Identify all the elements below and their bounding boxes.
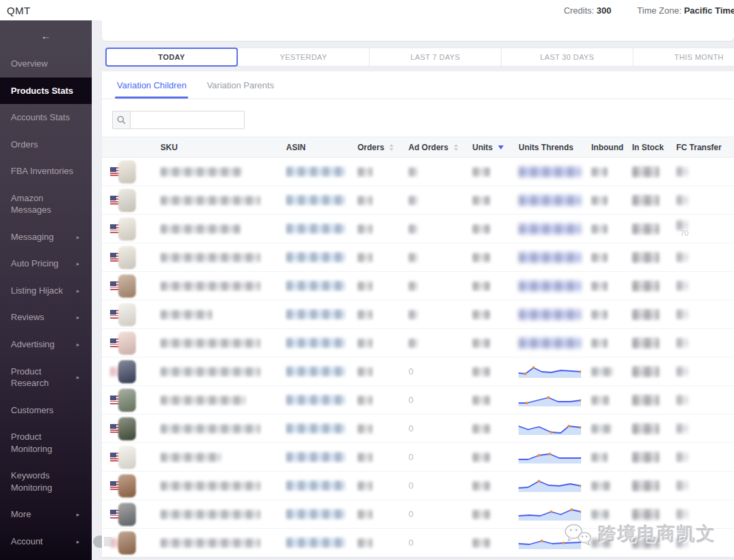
- asin-cell: [260, 252, 345, 262]
- asin-link-blur[interactable]: [286, 366, 345, 377]
- sidebar-item-accounts-stats[interactable]: Accounts Stats: [0, 104, 92, 131]
- column-header-fc[interactable]: FC Transfer: [668, 143, 734, 152]
- range-button-last-7-days[interactable]: LAST 7 DAYS: [369, 48, 502, 67]
- collapse-sidebar-button[interactable]: ←: [0, 20, 92, 50]
- table-row[interactable]: [102, 186, 734, 215]
- column-header-adorders[interactable]: Ad Orders: [396, 143, 464, 152]
- range-button-this-month[interactable]: THIS MONTH: [633, 48, 734, 67]
- sidebar-item-customers[interactable]: Customers: [0, 397, 92, 424]
- sidebar-item-messaging[interactable]: Messaging▸: [0, 224, 92, 251]
- asin-link-blur[interactable]: [286, 167, 345, 177]
- column-header-asin[interactable]: ASIN: [260, 143, 345, 152]
- tab-variation-parents[interactable]: Variation Parents: [207, 71, 274, 99]
- sort-desc-active-icon: [498, 145, 504, 150]
- ad-orders-value: 0: [408, 480, 413, 491]
- inbound-cell: [583, 167, 627, 177]
- table-row[interactable]: 0: [102, 415, 734, 443]
- sidebar-item-label: Account: [11, 536, 73, 548]
- range-button-yesterday[interactable]: YESTERDAY: [237, 48, 370, 67]
- asin-link-blur[interactable]: [286, 281, 345, 291]
- ad-orders-cell: 0: [396, 395, 464, 405]
- search-input[interactable]: [130, 111, 245, 129]
- inbound-cell: [583, 310, 627, 319]
- fc-transfer-cell: [668, 423, 734, 434]
- thumbnail-cell: [118, 189, 148, 212]
- horizontal-scroll-left-handle[interactable]: [93, 536, 111, 548]
- asin-link-blur[interactable]: [286, 195, 345, 205]
- table-row[interactable]: 70: [102, 215, 734, 243]
- asin-link-blur[interactable]: [286, 423, 345, 434]
- sku-blur: [160, 453, 222, 462]
- table-row[interactable]: 0: [102, 443, 734, 472]
- inbound-cell: [583, 510, 627, 519]
- column-header-instock[interactable]: In Stock: [627, 143, 668, 152]
- sidebar-item-more[interactable]: More▸: [0, 501, 92, 528]
- sidebar-item-fba-inventories[interactable]: FBA Inventories: [0, 158, 92, 185]
- asin-link-blur[interactable]: [286, 395, 345, 405]
- ad-orders-cell: [396, 338, 464, 348]
- sidebar-item-auto-pricing[interactable]: Auto Pricing▸: [0, 250, 92, 277]
- sort-asc-icon: [454, 144, 458, 147]
- sidebar-item-label: Listing Hijack: [11, 285, 73, 297]
- table-row[interactable]: [102, 243, 734, 272]
- table-header-row: SKUASINOrdersAd OrdersUnitsUnits Thrends…: [102, 137, 734, 158]
- column-header-units[interactable]: Units: [464, 143, 508, 152]
- inbound-cell: [583, 338, 627, 348]
- column-header-thrends[interactable]: Units Thrends: [508, 143, 583, 152]
- table-row[interactable]: [102, 272, 734, 300]
- sidebar-item-product-monitoring[interactable]: Product Monitoring: [0, 423, 92, 462]
- in-stock-cell: [627, 509, 668, 520]
- ad-orders-value: 0: [408, 452, 413, 462]
- ad-orders-value-blur: [408, 167, 418, 177]
- tab-variation-children[interactable]: Variation Children: [117, 71, 186, 99]
- sidebar-item-advertising[interactable]: Advertising▸: [0, 331, 92, 358]
- in-stock-cell: [627, 281, 668, 292]
- search-bar: [102, 99, 734, 137]
- ad-orders-value-blur: [408, 338, 418, 348]
- asin-link-blur[interactable]: [286, 338, 345, 348]
- table-row[interactable]: 0: [102, 386, 734, 415]
- sidebar-item-account[interactable]: Account▸: [0, 528, 92, 555]
- fc-transfer-stack: 70: [676, 220, 688, 237]
- sidebar-item-products-stats[interactable]: Products Stats: [0, 77, 92, 105]
- sidebar-item-reviews[interactable]: Reviews▸: [0, 304, 92, 331]
- column-header-inbound[interactable]: Inbound: [583, 143, 627, 152]
- product-thumbnail: [118, 217, 136, 241]
- asin-link-blur[interactable]: [286, 224, 345, 234]
- table-row[interactable]: [102, 329, 734, 357]
- search-button[interactable]: [112, 111, 130, 129]
- sidebar-item-label: Product Research: [11, 366, 73, 389]
- asin-link-blur[interactable]: [286, 309, 345, 319]
- sidebar-item-overview[interactable]: Overview: [0, 50, 92, 77]
- inbound-cell: [583, 453, 627, 462]
- content-card: Variation Children Variation Parents SKU…: [102, 71, 734, 557]
- table-row[interactable]: [102, 300, 734, 329]
- asin-link-blur[interactable]: [286, 538, 345, 548]
- submenu-arrow-icon: ▸: [76, 373, 80, 381]
- range-button-last-30-days[interactable]: LAST 30 DAYS: [501, 48, 633, 67]
- column-header-sku[interactable]: SKU: [148, 143, 260, 152]
- column-header-orders[interactable]: Orders: [345, 143, 396, 152]
- table-row[interactable]: 0: [102, 357, 734, 386]
- fc-transfer-value-blur: [676, 338, 688, 348]
- ad-orders-value-blur: [408, 310, 418, 319]
- fc-transfer-value-blur: [676, 195, 688, 205]
- sidebar-item-orders[interactable]: Orders: [0, 131, 92, 158]
- table-row[interactable]: 0: [102, 472, 734, 500]
- in-stock-cell: [627, 423, 668, 434]
- asin-link-blur[interactable]: [286, 509, 345, 519]
- sidebar-item-listing-hijack[interactable]: Listing Hijack▸: [0, 277, 92, 304]
- ad-orders-cell: [396, 224, 464, 234]
- asin-link-blur[interactable]: [286, 480, 345, 491]
- timezone-value: Pacific Time (: [684, 5, 734, 16]
- sidebar-item-product-research[interactable]: Product Research▸: [0, 358, 92, 397]
- sidebar-item-keywords-monitoring[interactable]: Keywords Monitoring: [0, 462, 92, 501]
- table-row[interactable]: [102, 158, 734, 186]
- inbound-value-blur: [591, 196, 608, 205]
- sidebar-item-amazon-messages[interactable]: Amazon Messages: [0, 185, 92, 224]
- range-button-today[interactable]: TODAY: [105, 48, 238, 67]
- asin-link-blur[interactable]: [286, 252, 345, 262]
- units-cell: [464, 167, 508, 177]
- in-stock-cell: [627, 309, 668, 320]
- asin-link-blur[interactable]: [286, 452, 345, 462]
